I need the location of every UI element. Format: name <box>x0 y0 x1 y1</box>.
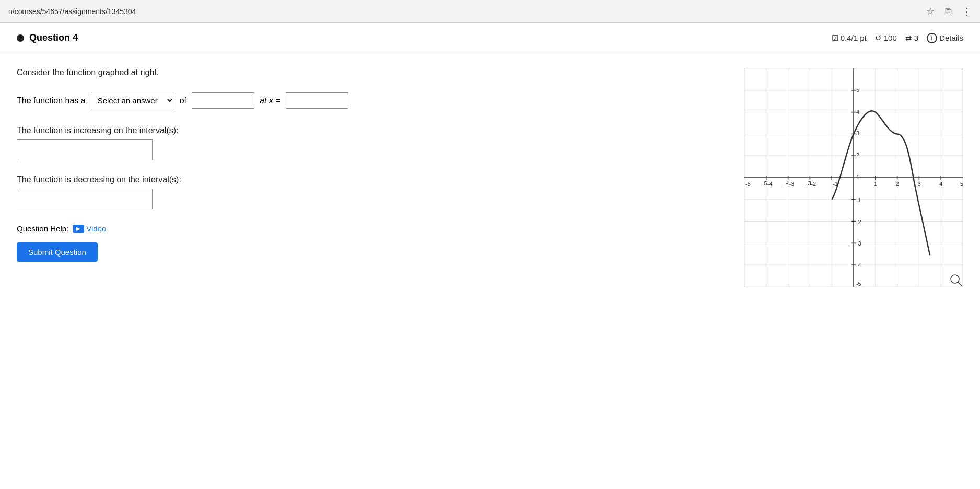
svg-text:5: 5 <box>856 87 859 93</box>
attempts-value: 100 <box>884 33 897 42</box>
url-bar: n/courses/54657/assignments/1345304 <box>8 7 136 16</box>
svg-text:-4: -4 <box>856 262 861 269</box>
svg-text:-3: -3 <box>856 240 861 247</box>
decreasing-section: The function is decreasing on the interv… <box>17 175 723 209</box>
svg-text:-5: -5 <box>856 281 861 287</box>
svg-text:1: 1 <box>856 174 859 180</box>
function-prefix: The function has a <box>17 96 86 106</box>
of-text: of <box>180 96 186 106</box>
parabola-curve <box>832 111 930 255</box>
star-icon[interactable]: ☆ <box>926 6 935 17</box>
svg-text:4: 4 <box>939 181 942 187</box>
svg-text:1: 1 <box>874 181 877 187</box>
svg-text:-4: -4 <box>767 181 773 187</box>
value-input[interactable] <box>192 92 254 109</box>
svg-text:-1: -1 <box>856 197 861 203</box>
checkbox-symbol: ☑ <box>832 33 838 43</box>
score-value: 0.4/1 pt <box>841 33 867 42</box>
graph-container: .grid-line { stroke: #bbb; stroke-width:… <box>744 68 963 287</box>
x-value-input[interactable] <box>286 92 348 109</box>
help-label: Question Help: <box>17 224 68 233</box>
decreasing-label: The function is decreasing on the interv… <box>17 175 723 184</box>
select-answer-dropdown[interactable]: Select an answer maximum minimum <box>91 92 174 109</box>
video-icon: ▶ <box>73 225 84 233</box>
increasing-label: The function is increasing on the interv… <box>17 126 723 135</box>
browser-bar: n/courses/54657/assignments/1345304 ☆ ⧉ … <box>0 0 980 23</box>
attempts-item: ↺ 100 <box>875 33 897 43</box>
svg-text:2: 2 <box>896 181 899 187</box>
svg-text:3: 3 <box>917 181 920 187</box>
svg-text:3: 3 <box>856 130 859 136</box>
svg-text:4: 4 <box>856 109 859 115</box>
svg-text:2: 2 <box>856 152 859 158</box>
question-dot <box>17 34 24 42</box>
consider-text: Consider the function graphed at right. <box>17 68 723 77</box>
video-label: Video <box>86 224 106 233</box>
decreasing-input[interactable] <box>17 189 153 209</box>
copy-icon[interactable]: ⧉ <box>945 6 952 17</box>
increasing-input[interactable] <box>17 139 153 160</box>
submit-button[interactable]: Submit Question <box>17 242 98 262</box>
video-link[interactable]: ▶ Video <box>73 224 106 233</box>
svg-text:-2: -2 <box>856 219 861 225</box>
svg-text:-5: -5 <box>745 181 751 187</box>
retries-value: 3 <box>914 33 918 42</box>
question-title: Question 4 <box>17 32 78 43</box>
retries-icon: ⇄ <box>905 33 912 43</box>
menu-icon[interactable]: ⋮ <box>962 6 972 17</box>
svg-text:-3: -3 <box>789 181 795 187</box>
retry-symbol: ↺ <box>875 33 882 43</box>
details-label: Details <box>939 33 963 42</box>
svg-text:-2: -2 <box>811 181 816 187</box>
question-help: Question Help: ▶ Video <box>17 224 723 233</box>
increasing-section: The function is increasing on the interv… <box>17 126 723 160</box>
zoom-circle <box>951 275 959 283</box>
function-row: The function has a Select an answer maxi… <box>17 92 723 109</box>
browser-icons: ☆ ⧉ ⋮ <box>926 6 972 17</box>
question-meta: ☑ 0.4/1 pt ↺ 100 ⇄ 3 i Details <box>832 33 963 43</box>
retries-item: ⇄ 3 <box>905 33 918 43</box>
svg-text:-5: -5 <box>762 180 767 187</box>
at-x-label: at x = <box>260 96 281 106</box>
zoom-handle <box>958 282 962 286</box>
question-left: Consider the function graphed at right. … <box>17 68 723 287</box>
graph-panel: .grid-line { stroke: #bbb; stroke-width:… <box>744 68 963 287</box>
svg-text:5: 5 <box>960 181 963 187</box>
question-label: Question 4 <box>29 32 78 43</box>
main-content: Question 4 ☑ 0.4/1 pt ↺ 100 ⇄ 3 i Detail… <box>0 23 980 489</box>
score-item: ☑ 0.4/1 pt <box>832 33 867 43</box>
question-header: Question 4 ☑ 0.4/1 pt ↺ 100 ⇄ 3 i Detail… <box>0 23 980 51</box>
question-body: Consider the function graphed at right. … <box>0 51 980 300</box>
info-icon: i <box>927 33 937 43</box>
details-link[interactable]: i Details <box>927 33 963 43</box>
graph-svg: .grid-line { stroke: #bbb; stroke-width:… <box>744 68 963 287</box>
